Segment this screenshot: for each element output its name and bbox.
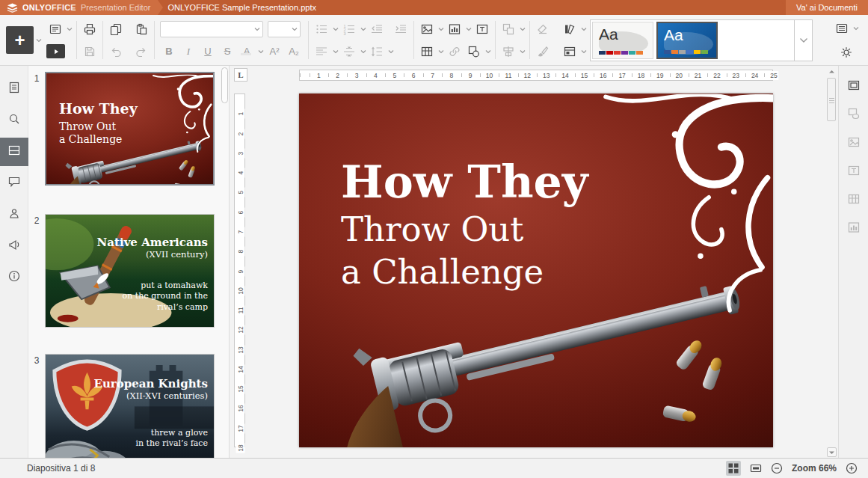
feedback-button[interactable]	[0, 232, 28, 260]
hyperlink-icon[interactable]	[446, 43, 464, 61]
print-icon[interactable]	[81, 20, 99, 38]
caret-down-icon[interactable]	[853, 26, 859, 31]
scroll-up-icon[interactable]	[827, 67, 837, 76]
scroll-down-icon[interactable]	[827, 447, 837, 457]
color-scheme-icon[interactable]	[561, 20, 579, 38]
redo-icon[interactable]	[132, 43, 150, 61]
search-button[interactable]	[0, 106, 28, 135]
image-icon[interactable]	[418, 20, 436, 38]
grid-view-icon[interactable]	[726, 461, 741, 476]
font-color-button[interactable]: A	[238, 46, 256, 57]
linespacing-icon[interactable]	[368, 43, 386, 61]
save-icon[interactable]	[81, 43, 99, 61]
go-to-documents-link[interactable]: Va' ai Documenti	[786, 0, 868, 15]
textart-settings-panel-button[interactable]	[845, 163, 863, 181]
comments-button[interactable]	[0, 169, 28, 197]
slide-thumbnail-1[interactable]: 1 How They Throw Out a Challenge	[28, 72, 215, 186]
caret-down-icon[interactable]	[388, 49, 394, 54]
table-icon[interactable]	[418, 43, 436, 61]
toolbar-separator	[413, 21, 414, 59]
v-ruler-mark: 7	[236, 227, 245, 236]
paste-icon[interactable]	[132, 20, 150, 38]
start-slideshow-button[interactable]	[46, 44, 65, 58]
slide-settings-panel-button[interactable]	[845, 78, 863, 96]
table-settings-panel-button[interactable]	[845, 191, 863, 209]
file-menu-button[interactable]	[0, 75, 28, 103]
caret-down-icon[interactable]	[485, 49, 491, 54]
slide-number: 3	[28, 354, 45, 458]
eraser-icon[interactable]	[534, 20, 552, 38]
italic-button[interactable]: I	[179, 46, 197, 58]
bullets-icon[interactable]	[313, 20, 330, 38]
caret-down-icon[interactable]	[360, 27, 366, 31]
about-button[interactable]	[0, 263, 28, 292]
zoom-out-icon[interactable]	[771, 462, 783, 474]
font-size-select[interactable]	[268, 21, 301, 37]
caret-down-icon[interactable]	[520, 49, 526, 54]
tab-stop-selector[interactable]: L	[234, 68, 247, 82]
v-ruler-mark: 12	[236, 325, 245, 335]
fit-slide-icon[interactable]	[750, 462, 762, 474]
shape-icon[interactable]	[465, 43, 483, 61]
caret-down-icon[interactable]	[333, 27, 339, 31]
interface-settings-icon[interactable]	[833, 19, 851, 37]
slides-panel-icon	[8, 144, 20, 159]
underline-button[interactable]: U	[199, 46, 217, 57]
chart-settings-panel-button[interactable]	[845, 220, 863, 238]
slide-title-block[interactable]: How They Throw Out a Challenge	[341, 156, 588, 293]
document-title: ONLYOFFICE Sample Presentation.pptx	[163, 0, 781, 15]
slide-thumbnail-3[interactable]: 3	[28, 354, 215, 458]
theme-thumbnail-1[interactable]: Aa	[592, 22, 653, 59]
arrange-icon[interactable]	[499, 20, 517, 38]
chat-button[interactable]	[0, 200, 28, 229]
indent-icon[interactable]	[392, 20, 410, 38]
halign-icon[interactable]	[313, 43, 330, 61]
copystyle-icon[interactable]	[534, 43, 552, 61]
caret-down-icon[interactable]	[466, 27, 472, 31]
caret-down-icon[interactable]	[581, 49, 587, 54]
caret-down-icon[interactable]	[520, 27, 526, 31]
caret-down-icon[interactable]	[258, 49, 264, 54]
caret-down-icon[interactable]	[360, 49, 366, 54]
shape-settings-panel-button[interactable]	[845, 106, 863, 124]
horizontal-ruler[interactable]: 1234567891011121314151617181920212223242…	[299, 70, 773, 81]
theme-thumbnail-2-selected[interactable]: Aa	[656, 22, 718, 59]
caret-down-icon[interactable]	[438, 49, 444, 54]
caret-down-icon[interactable]	[36, 38, 42, 43]
thumbnails-scrollbar[interactable]	[221, 67, 228, 103]
copy-icon[interactable]	[107, 20, 125, 38]
scrollbar-thumb[interactable]	[827, 78, 836, 121]
textart-settings-icon	[848, 165, 860, 180]
image-settings-panel-button[interactable]	[845, 135, 863, 153]
slides-panel-button[interactable]	[0, 138, 28, 166]
gear-icon[interactable]	[837, 43, 855, 61]
bold-button[interactable]: B	[160, 46, 178, 57]
subscript-button[interactable]: A₂	[285, 46, 303, 57]
caret-down-icon[interactable]	[438, 27, 444, 31]
undo-icon[interactable]	[107, 43, 125, 61]
vertical-ruler[interactable]: 123456789101112131415161718	[234, 94, 245, 447]
slide-thumbnail-2[interactable]: 2	[28, 214, 215, 328]
theme-gallery-expand-button[interactable]	[794, 20, 812, 61]
superscript-button[interactable]: A²	[265, 46, 283, 57]
caret-down-icon[interactable]	[581, 27, 587, 31]
font-name-select[interactable]	[160, 21, 263, 37]
outdent-icon[interactable]	[368, 20, 386, 38]
valign-icon[interactable]	[340, 43, 358, 61]
strikeout-button[interactable]: S	[218, 46, 236, 57]
caret-down-icon[interactable]	[333, 49, 339, 54]
slide2-desc-text: put a tomahawk on the ground in the riva…	[123, 281, 208, 313]
numbering-icon[interactable]: 123	[340, 20, 358, 38]
add-slide-button[interactable]: +	[6, 26, 34, 54]
slide-settings-right-icon	[848, 79, 860, 94]
slide-layout-icon[interactable]	[561, 43, 579, 61]
current-slide[interactable]: How They Throw Out a Challenge	[299, 94, 773, 447]
caret-down-icon[interactable]	[67, 27, 73, 31]
chart-icon[interactable]	[446, 20, 464, 38]
textbox-icon[interactable]	[473, 20, 491, 38]
canvas-vertical-scrollbar[interactable]	[827, 66, 837, 458]
zoom-in-icon[interactable]	[846, 462, 858, 474]
align-objects-icon[interactable]	[499, 43, 517, 61]
top-bar: ONLYOFFICE Presentation Editor ONLYOFFIC…	[0, 0, 868, 15]
slide-settings-icon[interactable]	[46, 20, 64, 38]
